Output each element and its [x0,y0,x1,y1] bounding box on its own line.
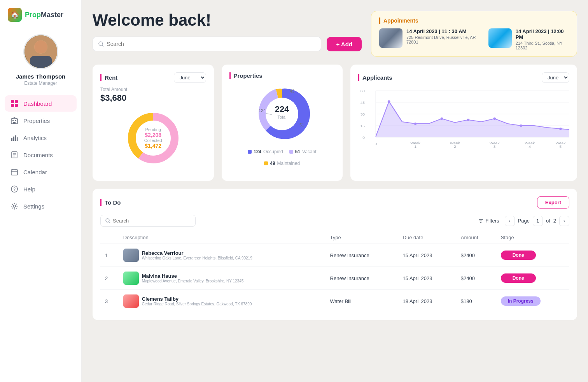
logo: 🏠 PropMaster [0,6,71,28]
sidebar-label-calendar: Calendar [23,169,47,175]
appointments-title: Appoinments [379,18,569,24]
svg-text:51: 51 [299,123,304,127]
legend-dot-occupied [248,150,252,154]
svg-point-66 [520,124,522,127]
documents-icon [10,151,19,159]
appointment-thumb-1 [379,28,402,48]
applicants-card-title: Applicants [358,74,392,81]
search-icon [98,41,103,47]
cell-due-3: 18 April 2023 [398,290,456,313]
table-toolbar: Filters ‹ Page 1 of 2 › [100,215,569,227]
legend-lbl-occupied: Occupied [263,149,283,154]
properties-icon [10,116,19,125]
sidebar-item-help[interactable]: ? Help [5,181,77,197]
svg-text:49: 49 [290,89,294,93]
sidebar-item-properties[interactable]: Properties [5,112,77,129]
table-search-icon [105,218,110,223]
svg-rect-6 [11,104,14,107]
properties-card-title: Properties [229,72,262,79]
pending-value: $2,208 [145,132,161,138]
avatar-image [24,35,57,68]
table-header-row: Description Type Due date Amount Stage [100,231,569,244]
col-type: Type [326,231,398,244]
user-role: Estate Manager [24,81,57,86]
col-stage: Stage [496,231,569,244]
user-name: James Thompson [16,73,66,80]
filters-label: Filters [485,218,499,224]
svg-rect-12 [11,138,12,141]
legend-lbl-maintained: Maintained [277,161,300,166]
next-page-button[interactable]: › [559,216,569,226]
appointment-date-2: 14 April 2023 | 12:00 PM [516,28,569,40]
svg-point-63 [441,117,443,120]
svg-point-64 [467,119,469,121]
cell-type-1: Renew Insurance [326,244,398,267]
prev-page-button[interactable]: ‹ [505,216,515,226]
rent-total-label: Total Amount [100,87,206,92]
cell-num-3: 3 [100,290,119,313]
cell-type-3: Water Bill [326,290,398,313]
rent-month-select[interactable]: JuneJulyAugust [174,72,206,83]
area-chart-svg: 60 45 30 15 0 0 Week 1 Week 2 Week 3 Wee… [358,87,569,149]
logo-prop: Prop [25,11,41,19]
table-row: 1 Rebecca Verriour Whispering Oaks Lane,… [100,244,569,267]
stats-row: Rent JuneJulyAugust Total Amount $3,680 … [93,65,577,181]
search-add-row: + Add [93,37,362,51]
svg-rect-11 [13,122,16,124]
welcome-area: Welcome back! + Add [93,11,362,51]
cell-due-1: 15 April 2023 [398,244,456,267]
sidebar-item-dashboard[interactable]: Dashboard [5,95,77,112]
svg-text:60: 60 [360,89,365,93]
svg-text:5: 5 [560,145,562,149]
cell-amount-1: $2400 [456,244,496,267]
add-button[interactable]: + Add [327,37,362,51]
svg-text:30: 30 [360,112,365,116]
search-input[interactable] [107,41,315,47]
prop-thumb-2 [123,272,139,285]
svg-rect-9 [12,120,14,121]
sidebar-item-analytics[interactable]: Analytics [5,130,77,146]
legend-lbl-vacant: Vacant [302,149,316,154]
donut-labels: Pending $2,208 Collected $1,472 [144,127,162,149]
svg-point-3 [34,40,47,54]
table-search-input[interactable] [113,218,191,224]
svg-text:124: 124 [259,108,266,113]
applicants-month-select[interactable]: JuneJuly [542,72,569,83]
properties-legend: 124 Occupied 51 Vacant 49 Maintained [229,149,335,166]
sidebar-item-calendar[interactable]: Calendar [5,164,77,180]
cell-stage-3: In Progress [496,290,569,313]
stage-badge-3: In Progress [501,296,541,306]
analytics-icon [10,133,19,142]
avatar [23,34,58,69]
welcome-title: Welcome back! [93,11,362,30]
export-button[interactable]: Export [537,196,569,209]
pie-svg: 224 Total 124 49 51 [251,83,313,145]
table-controls: Filters ‹ Page 1 of 2 › [478,216,569,226]
table-search-box [100,215,196,227]
svg-rect-4 [11,100,14,103]
svg-point-26 [13,205,16,207]
sidebar-item-settings[interactable]: Settings [5,198,77,214]
cell-amount-2: $2400 [456,267,496,290]
svg-point-61 [388,100,390,103]
sidebar-label-settings: Settings [23,203,44,210]
svg-text:15: 15 [360,124,365,128]
filters-button[interactable]: Filters [478,218,499,224]
cell-desc-3: Clemens Tailby Cedar Ridge Road, Silver … [119,290,326,313]
cell-num-1: 1 [100,244,119,267]
appointments-card: Appoinments 14 April 2023 | 11 : 30 AM 7… [371,11,577,57]
search-box [93,37,321,51]
rent-card: Rent JuneJulyAugust Total Amount $3,680 … [93,65,214,181]
table-head: Description Type Due date Amount Stage [100,231,569,244]
svg-text:224: 224 [275,104,289,114]
properties-pie-chart: 224 Total 124 49 51 [229,83,335,145]
appointment-info-1: 14 April 2023 | 11 : 30 AM 725 Resimont … [406,28,481,44]
cell-num-2: 2 [100,267,119,290]
sidebar-item-documents[interactable]: Documents [5,147,77,163]
settings-icon [10,202,19,210]
collected-label: Collected [144,138,162,143]
sidebar: 🏠 PropMaster James Thompson Estate Manag… [0,0,82,382]
pending-label: Pending [145,127,161,132]
svg-rect-13 [13,137,14,141]
appointment-info-2: 14 April 2023 | 12:00 PM 214 Third St., … [516,28,569,50]
